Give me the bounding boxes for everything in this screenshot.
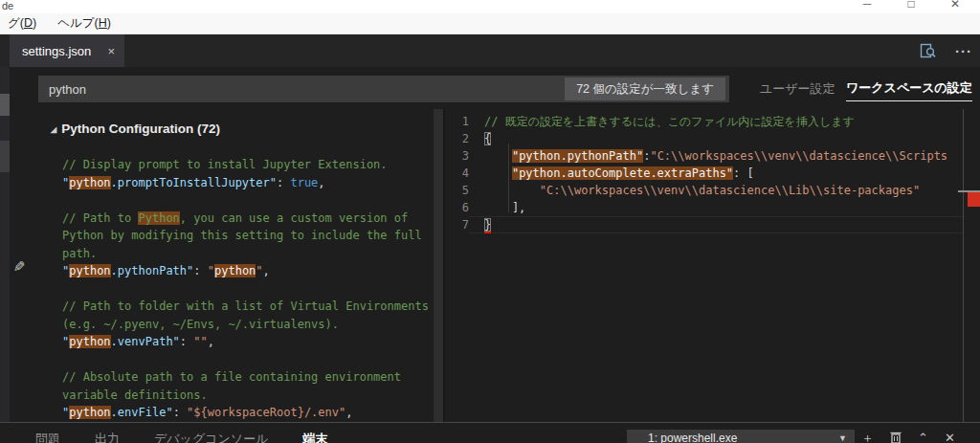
close-panel-icon[interactable]: ✕ — [945, 432, 955, 443]
code-line[interactable]: (e.g. ~/.pyenv, ~/Envs, ~/.virtualenvs). — [62, 316, 442, 334]
code-line[interactable]: 1// 既定の設定を上書きするには、このファイル内に設定を挿入します — [445, 113, 980, 130]
match-count-badge: 72 個の設定が一致します — [565, 78, 725, 100]
code-token: // Path to — [62, 211, 138, 225]
code-line[interactable]: 3 "python.pythonPath":"C:\\workspaces\\v… — [445, 147, 980, 165]
settings-section-header[interactable]: ◢Python Configuration (72) — [62, 121, 442, 139]
tab-settings-json[interactable]: settings.json × — [10, 34, 124, 67]
code-line[interactable] — [62, 191, 442, 210]
code-content: variable definitions. — [62, 388, 208, 402]
code-line[interactable]: variable definitions. — [62, 387, 442, 405]
code-line[interactable] — [62, 139, 442, 157]
panel-tab-output[interactable]: 出力 — [95, 431, 120, 443]
line-number: 7 — [445, 216, 484, 233]
terminal-select-value: 1: powershell.exe — [648, 432, 838, 443]
code-content: "python.venvPath": "", — [62, 335, 214, 348]
code-token: // Path to folder with a list of Virtual… — [62, 299, 429, 313]
code-token: : — [193, 264, 207, 277]
code-token: .venvPath" — [111, 335, 180, 348]
code-content: ], — [484, 199, 525, 216]
scope-workspace-settings[interactable]: ワークスペースの設定 — [846, 79, 972, 101]
panel-tab-debug-console[interactable]: デバッグコンソール — [154, 431, 268, 443]
code-token: : — [173, 406, 187, 419]
code-content: "python.pythonPath": "python", — [62, 264, 270, 277]
code-content: "python.pythonPath":"C:\\workspaces\\ven… — [484, 147, 947, 165]
twistie-icon[interactable]: ◢ — [51, 122, 56, 140]
settings-search-box: 72 個の設定が一致します — [38, 76, 729, 102]
panel-tab-terminal[interactable]: 端末 — [302, 431, 327, 443]
maximize-panel-icon[interactable]: ⌃ — [918, 432, 928, 443]
workspace-settings-editor[interactable]: 1// 既定の設定を上書きするには、このファイル内に設定を挿入します2{3 "p… — [445, 109, 980, 422]
code-token: .promptToInstallJupyter" — [111, 176, 277, 189]
line-number: 5 — [445, 182, 484, 199]
more-actions-icon[interactable]: ··· — [955, 43, 972, 59]
chevron-down-icon: ▼ — [838, 432, 847, 443]
code-token: true — [290, 176, 318, 189]
code-token: path. — [62, 247, 97, 260]
open-settings-preview-icon[interactable] — [920, 43, 936, 58]
code-line[interactable]: // Display prompt to install Jupyter Ext… — [62, 156, 442, 174]
bottom-panel-header: 問題 出力 デバッグコンソール 端末 1: powershell.exe ▼ ＋ — [0, 423, 980, 443]
default-settings-code: ◢Python Configuration (72)// Display pro… — [62, 121, 442, 422]
code-token: , — [263, 264, 270, 277]
code-line[interactable]: "python.venvPath": "", — [62, 333, 442, 351]
code-token: (e.g. ~/.pyenv, ~/Envs, ~/.virtualenvs). — [62, 318, 339, 331]
code-token — [484, 166, 512, 180]
panel-tab-problems[interactable]: 問題 — [35, 431, 60, 443]
window-controls: ─ □ ✕ — [854, 0, 980, 11]
code-token: { — [484, 132, 491, 145]
code-token — [484, 184, 540, 197]
panel-tabs: 問題 出力 デバッグコンソール 端末 — [35, 431, 327, 443]
code-line[interactable]: path. — [62, 245, 442, 263]
scope-user-settings[interactable]: ユーザー設定 — [760, 80, 835, 98]
code-token: : — [180, 335, 193, 348]
code-line[interactable]: "python.promptToInstallJupyter": true, — [62, 174, 442, 192]
menu-item-help[interactable]: ヘルプ(H) — [57, 15, 111, 32]
code-line[interactable]: 4 "python.autoComplete.extraPaths": [ — [445, 165, 980, 182]
terminal-select[interactable]: 1: powershell.exe ▼ — [627, 430, 855, 443]
maximize-icon[interactable]: □ — [898, 0, 924, 11]
title-bar: de ─ □ ✕ — [0, 0, 980, 13]
code-content: path. — [62, 247, 97, 260]
tab-close-icon[interactable]: × — [107, 44, 115, 58]
menu-item-debug[interactable]: グ(D) — [8, 15, 36, 32]
code-line[interactable] — [62, 351, 442, 369]
code-line[interactable]: "python.envFile": "${workspaceRoot}/.env… — [62, 404, 442, 422]
minimize-icon[interactable]: ─ — [854, 0, 880, 11]
code-line[interactable]: // Absolute path to a file containing en… — [62, 368, 442, 387]
code-token: "C:\\workspaces\\venv\\datascience\\Lib\… — [540, 184, 920, 197]
code-line[interactable] — [62, 280, 442, 299]
tab-label: settings.json — [22, 44, 101, 58]
workspace-settings-code: 1// 既定の設定を上書きするには、このファイル内に設定を挿入します2{3 "p… — [445, 113, 980, 233]
line-number: 6 — [445, 199, 484, 216]
code-line[interactable]: Python by modifying this setting to incl… — [62, 227, 442, 245]
new-terminal-icon[interactable]: ＋ — [861, 432, 874, 443]
default-settings-editor[interactable]: ✎ ◢Python Configuration (72)// Display p… — [10, 109, 442, 422]
section-title: Python Configuration (72) — [61, 122, 220, 136]
left-editor-scrollbar[interactable] — [434, 109, 443, 422]
code-line[interactable]: // Path to folder with a list of Virtual… — [62, 298, 442, 316]
code-content: (e.g. ~/.pyenv, ~/Envs, ~/.virtualenvs). — [62, 318, 339, 331]
overview-ruler-border — [963, 109, 964, 422]
sliver-block — [0, 141, 10, 172]
search-match: python — [69, 176, 110, 189]
search-match: "python.pythonPath" — [512, 149, 643, 163]
close-icon[interactable]: ✕ — [942, 0, 969, 11]
code-token: // 既定の設定を上書きするには、このファイル内に設定を挿入します — [484, 115, 855, 128]
code-token: // Absolute path to a file containing en… — [62, 370, 401, 384]
code-token: // Display prompt to install Jupyter Ext… — [62, 158, 388, 171]
code-token: .envFile" — [111, 406, 173, 419]
code-line[interactable]: 5 "C:\\workspaces\\venv\\datascience\\Li… — [445, 182, 980, 199]
code-line[interactable]: "python.pythonPath": "python", — [62, 262, 442, 280]
menu-bar: グ(D) ヘルプ(H) — [0, 13, 980, 34]
code-line[interactable]: 2{ — [445, 130, 980, 147]
code-line[interactable]: 7} — [445, 216, 980, 233]
code-token: .pythonPath" — [111, 264, 194, 277]
code-line[interactable]: // Path to Python, you can use a custom … — [62, 210, 442, 228]
edit-pencil-icon[interactable]: ✎ — [13, 258, 26, 276]
search-match: python — [69, 335, 110, 348]
kill-terminal-icon[interactable] — [890, 431, 902, 443]
line-number: 4 — [445, 165, 484, 182]
code-token: , — [318, 176, 324, 189]
search-match: python — [214, 264, 256, 277]
code-line[interactable]: 6 ], — [445, 199, 980, 216]
